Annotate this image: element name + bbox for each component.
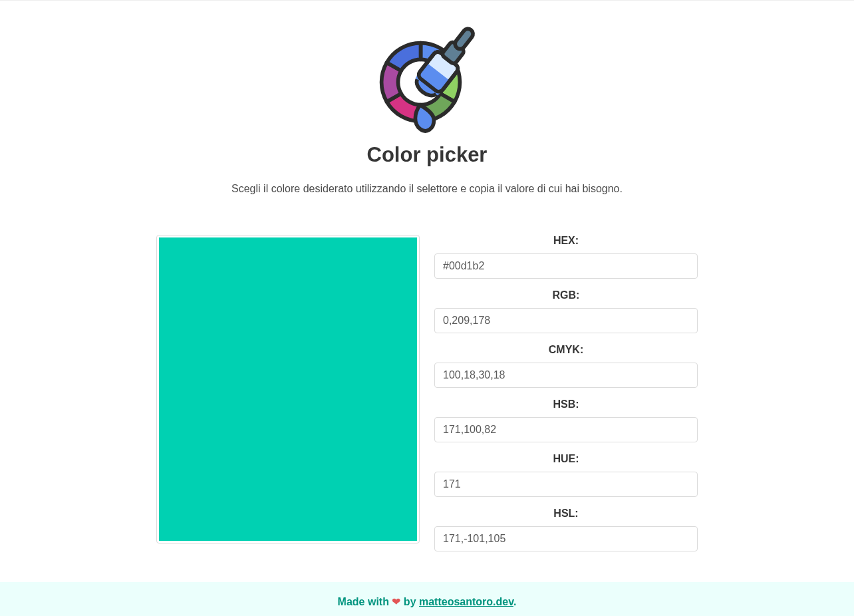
- footer-by: by: [404, 596, 416, 607]
- cmyk-input[interactable]: [434, 363, 698, 388]
- page-title: Color picker: [0, 143, 854, 167]
- footer-period: .: [513, 596, 516, 607]
- hue-input[interactable]: [434, 472, 698, 497]
- hsb-label: HSB:: [434, 398, 698, 410]
- hex-label: HEX:: [434, 235, 698, 247]
- app-logo-icon: [0, 13, 854, 139]
- rgb-label: RGB:: [434, 289, 698, 301]
- color-picker-panel: [156, 235, 420, 543]
- hue-label: HUE:: [434, 453, 698, 465]
- page-subtitle: Scegli il colore desiderato utilizzando …: [0, 183, 854, 195]
- hsl-label: HSL:: [434, 508, 698, 520]
- footer-author-link[interactable]: matteosantoro.dev: [419, 596, 513, 607]
- cmyk-label: CMYK:: [434, 344, 698, 356]
- footer-made-with: Made with: [338, 596, 389, 607]
- rgb-input[interactable]: [434, 308, 698, 333]
- heart-icon: ❤: [392, 596, 400, 607]
- color-picker-input[interactable]: [159, 237, 417, 541]
- hsb-input[interactable]: [434, 417, 698, 442]
- hsl-input[interactable]: [434, 526, 698, 551]
- svg-rect-3: [453, 27, 475, 51]
- footer: Made with ❤ by matteosantoro.dev.: [0, 582, 854, 616]
- hex-input[interactable]: [434, 253, 698, 279]
